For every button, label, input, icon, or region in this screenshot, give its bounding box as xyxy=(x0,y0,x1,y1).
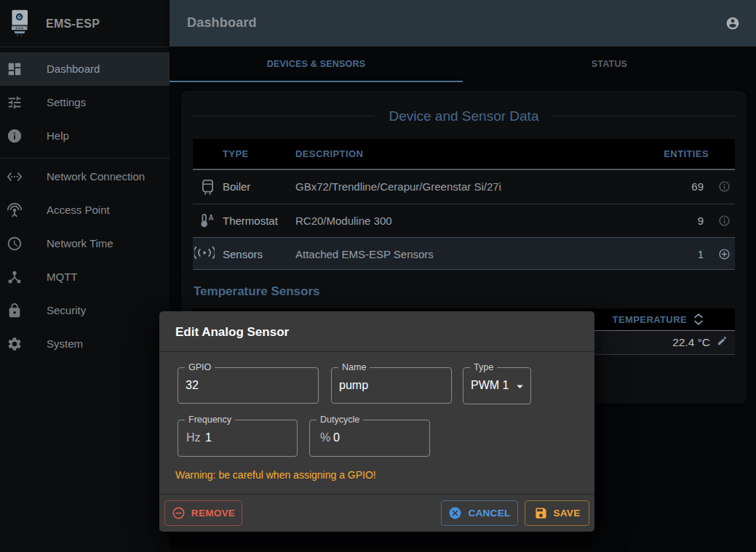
svg-text:A: A xyxy=(209,214,214,222)
